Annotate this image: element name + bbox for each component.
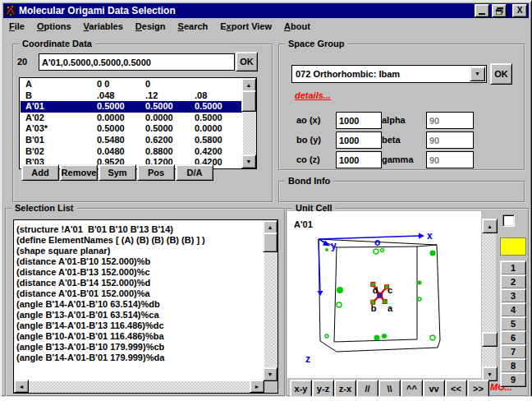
selection-line[interactable]: (distance A'01-B'13 152.000)%c [16,267,262,278]
atom-select-button-3[interactable]: 3 [500,288,526,303]
atom-select-button-6[interactable]: 6 [500,330,526,345]
view-button-ll[interactable]: << [445,380,467,398]
cell-name: B'02 [25,146,44,156]
bond-info-group: Bond Info [278,181,525,203]
window-title: Molecular Origami Data Selection [19,5,472,16]
filled-atom [430,251,436,256]
bo-input[interactable] [336,131,382,149]
scroll-right-icon[interactable]: ► [250,380,264,393]
coordinate-row-a-03[interactable]: A'03*0.50000.50000.0000 [21,123,242,135]
scroll-up-icon[interactable]: ▲ [482,219,498,233]
restore-button[interactable] [492,4,507,17]
selection-line[interactable]: (structure !A'01 B'01 B'10 B'13 B'14) [16,224,262,235]
scrollbar-thumb[interactable] [482,332,498,347]
coord-button-remove[interactable]: Remove [60,164,98,181]
menu-file[interactable]: File [3,20,31,33]
cell-v2: 0.0000 [145,113,173,122]
coordinate-row-a-02[interactable]: A'020.00000.00000.5000 [21,113,242,124]
coordinate-row-b[interactable]: B.048.12.08 [21,90,242,102]
unit-cell-checkbox[interactable] [502,214,515,227]
unit-cell-canvas[interactable]: A'01 [287,211,481,378]
atom-select-button-1[interactable]: 1 [500,260,526,275]
menu-search[interactable]: Search [172,20,215,33]
coordinate-buttons: AddRemoveSymPosD/A [21,164,213,181]
selection-list[interactable]: (structure !A'01 B'01 B'10 B'13 B'14)(de… [13,219,278,394]
coord-button-sym[interactable]: Sym [99,164,136,181]
selection-line[interactable]: (angle B'14-A'01-B'01 179.999)%da [16,353,262,363]
close-button[interactable]: X [512,4,527,17]
cell-v3: .08 [195,90,207,100]
coord-button-d-a[interactable]: D/A [176,164,213,181]
desktop-background [0,396,532,401]
selection-line[interactable]: (angle B'10-A'01-B'01 116.486)%ba [16,331,262,342]
selection-line[interactable]: (distance A'01-B'10 152.000)%b [16,256,262,267]
scroll-down-icon[interactable]: ▼ [241,154,256,168]
selection-line[interactable]: (angle B'13-A'01-B'01 63.514)%ca [16,310,262,320]
title-bar[interactable]: Molecular Origami Data Selection X [3,3,529,18]
chevron-down-icon[interactable]: ▼ [470,67,485,81]
unit-cell-scrollbar[interactable] [482,219,496,380]
atom-select-button-9[interactable]: 9 [500,372,526,387]
coordinate-ok-button[interactable]: OK [236,52,258,71]
atom-select-button-5[interactable]: 5 [500,316,526,331]
atom-select-button-4[interactable]: 4 [500,302,526,317]
selection-line[interactable]: (angle B'13-A'01-B'10 179.999)%cb [16,342,262,353]
atom-select-button-7[interactable]: 7 [500,344,526,359]
cell-v3: 0.5000 [195,113,222,122]
co-label: co (z) [296,154,320,164]
coord-button-pos[interactable]: Pos [137,164,175,181]
cell-v1: .048 [97,90,114,100]
view-button-x-y[interactable]: x-y [290,380,312,398]
coordinate-row-b-02[interactable]: B'020.04800.88000.4200 [21,146,242,158]
filled-atom [374,335,380,341]
minimize-button[interactable] [475,4,489,17]
selection-line[interactable]: (distance A'01-B'14 152.000)%d [16,278,262,288]
selection-line[interactable]: (angle B'14-A'01-B'13 116.486)%dc [16,320,262,331]
cell-v1: 0.5480 [97,135,125,145]
space-group-dropdown[interactable]: 072 Orthorhombic: Ibam ▼ [291,65,487,83]
coord-button-add[interactable]: Add [21,164,59,181]
space-group-selected: 072 Orthorhombic: Ibam [296,69,400,79]
menu-bar: FileOptionsVariablesDesignSearchExport V… [3,19,529,34]
ao-input[interactable] [336,112,382,129]
menu-about[interactable]: About [278,20,317,33]
details-link[interactable]: details... [295,90,331,100]
view-button-y-z[interactable]: y-z [312,380,334,398]
scroll-down-icon[interactable]: ▼ [263,367,277,381]
cell-v1: 0.5000 [97,101,125,111]
coordinate-row-a-01[interactable]: A'010.50000.50000.5000 [21,101,242,113]
application: Molecular Origami Data Selection X FileO… [0,0,532,401]
selection-hscrollbar[interactable] [14,381,263,393]
atom-select-button-8[interactable]: 8 [500,358,526,373]
scroll-left-icon[interactable]: ◄ [14,380,29,393]
alpha-label: alpha [382,115,406,125]
view-button-rr[interactable]: >> [467,380,489,398]
atom-select-button-2[interactable]: 2 [500,274,526,289]
scrollbar-thumb[interactable] [241,90,256,112]
menu-design[interactable]: Design [130,20,172,33]
menu-variables[interactable]: Variables [78,20,130,33]
co-input[interactable] [336,151,382,168]
menu-export-view[interactable]: Export View [214,20,278,33]
cell-v1: 0.5000 [97,123,125,133]
space-group-ok-button[interactable]: OK [490,63,512,85]
selection-line[interactable]: (define ElementNames [ (A) (B) (B) (B) (… [16,235,262,246]
coordinate-list[interactable]: A0 00B.048.12.08A'010.50000.50000.5000A'… [19,77,257,169]
selection-line[interactable]: (distance A'01-B'01 152.000)%a [16,288,262,299]
view-button-vv[interactable]: vv [423,380,445,398]
central-atom [378,293,383,297]
open-atom [430,335,435,340]
coordinate-row-b-01[interactable]: B'010.54800.62000.5800 [21,135,242,146]
color-swatch[interactable] [500,237,526,256]
view-button-slashslash[interactable]: // [356,380,378,398]
selection-line[interactable]: (shape square planar) [16,246,262,256]
menu-options[interactable]: Options [31,20,78,33]
view-button-z-x[interactable]: z-x [334,380,356,398]
view-button-bslashbslash[interactable]: \\ [378,380,401,398]
atoms-layer: dcba [325,248,436,341]
selection-line[interactable]: (angle B'14-A'01-B'10 63.514)%db [16,299,262,310]
coordinate-row-a[interactable]: A0 00 [21,79,242,90]
scrollbar-thumb[interactable] [263,233,277,252]
coordinate-input[interactable] [39,53,235,71]
view-button-upup[interactable]: ^^ [401,380,423,398]
